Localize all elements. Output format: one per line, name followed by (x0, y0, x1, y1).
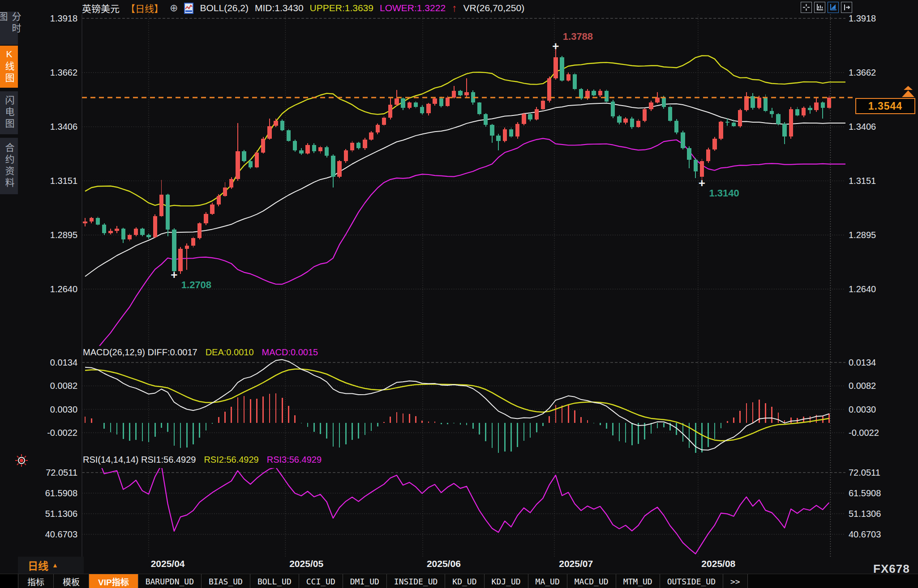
macd-axis-label: 0.0082 (25, 380, 77, 391)
alert-icon[interactable] (15, 454, 28, 469)
sidebar-item-contract-info[interactable]: 合约资料 (0, 138, 18, 194)
rsi2-value: RSI2:56.4929 (204, 455, 258, 464)
price-axis-label: 1.3662 (849, 67, 916, 78)
boll-label: BOLL(26,2) (200, 3, 249, 13)
macd-axis-label: 0.0134 (25, 357, 77, 368)
indicator-item-mtm[interactable]: MTM_UD (616, 574, 660, 588)
last-price-tag[interactable]: 1.3544 (855, 98, 915, 114)
sidebar-item-kline-chart[interactable]: K线图 (0, 46, 18, 88)
price-up-arrows-icon (900, 86, 916, 99)
indicator-more-button[interactable]: >> (723, 574, 748, 588)
extreme-high-annotation: 1.3788 (563, 31, 593, 43)
x-axis-label: 2025/06 (415, 558, 473, 569)
tab-vip-indicators[interactable]: VIP指标 (89, 574, 138, 588)
period-selector[interactable]: 日线 ▲ (18, 557, 84, 574)
price-axis-label: 1.3406 (849, 121, 916, 132)
rsi-axis-label: 61.5908 (849, 488, 916, 499)
sidebar-item-time-chart[interactable]: 分时图 (0, 12, 18, 45)
rsi-title: RSI(14,14,14) RSI1:56.4929 (83, 455, 196, 464)
indicator-item-outside[interactable]: OUTSIDE_UD (660, 574, 723, 588)
macd-axis-label: 0.0030 (25, 404, 77, 415)
indicator-item-dmi[interactable]: DMI_UD (343, 574, 387, 588)
indicator-item-inside[interactable]: INSIDE_UD (387, 574, 446, 588)
price-axis-label: 1.3662 (25, 67, 77, 78)
rsi-axis-label: 51.1306 (25, 508, 77, 519)
rsi-axis-label: 40.6703 (849, 529, 916, 540)
indicator-item-bias[interactable]: BIAS_UD (202, 574, 250, 588)
extreme-low-marker-icon: + (699, 179, 705, 187)
right-scale-icon[interactable] (828, 2, 839, 13)
chart-toolbar-buttons (801, 2, 852, 13)
indicator-item-kdj[interactable]: KDJ_UD (485, 574, 528, 588)
rsi-axis-label: 51.1306 (849, 508, 916, 519)
macd-axis-label: 0.0134 (849, 357, 916, 368)
boll-lower-value: LOWER:1.3222 (380, 3, 446, 13)
price-axis-label: 1.3406 (25, 121, 77, 132)
macd-axis-label: -0.0022 (25, 427, 77, 438)
price-axis-label: 1.3918 (25, 13, 77, 24)
up-arrow-icon: ↑ (452, 4, 457, 13)
rsi-axis-label: 72.0511 (25, 467, 77, 478)
macd-macd-value: MACD:0.0015 (262, 347, 318, 357)
price-axis-label: 1.3151 (849, 175, 916, 186)
indicator-item-barupdn[interactable]: BARUPDN_UD (138, 574, 202, 588)
period-arrow-icon: ▲ (52, 562, 58, 569)
extreme-low-marker-icon: + (171, 270, 177, 279)
indicator-item-boll[interactable]: BOLL_UD (250, 574, 299, 588)
split-panes-icon[interactable] (801, 2, 812, 13)
chart-header: 英镑美元 【日线】 ⊕ BOLL(26,2) MID:1.3430 UPPER:… (82, 1, 524, 15)
x-axis-label: 2025/07 (547, 558, 605, 569)
indicator-item-kd[interactable]: KD_UD (445, 574, 484, 588)
price-axis-label: 1.2895 (25, 230, 77, 240)
tab-indicators[interactable]: 指标 (18, 574, 54, 588)
extreme-low-annotation: 1.3140 (709, 187, 739, 199)
indicator-item-macd[interactable]: MACD_UD (567, 574, 616, 588)
x-axis-label: 2025/08 (689, 558, 747, 569)
macd-axis-label: -0.0022 (849, 427, 916, 438)
price-axis-label: 1.3918 (849, 13, 916, 24)
x-axis-label: 2025/05 (277, 558, 335, 569)
rsi-header: RSI(14,14,14) RSI1:56.4929RSI2:56.4929RS… (83, 455, 322, 465)
pan-right-icon[interactable] (841, 2, 852, 13)
period-tag[interactable]: 【日线】 (126, 1, 163, 15)
mini-chart-icon[interactable] (184, 3, 193, 14)
period-label: 日线 (28, 558, 48, 573)
symbol-name: 英镑美元 (82, 1, 120, 15)
macd-title: MACD(26,12,9) DIFF:0.0017 (83, 347, 197, 357)
price-axis-label: 1.2640 (849, 284, 916, 294)
extreme-high-marker-icon: + (552, 42, 559, 51)
toolbar-spacer (0, 574, 18, 588)
left-scale-icon[interactable] (814, 2, 825, 13)
price-axis-label: 1.3151 (25, 175, 77, 186)
indicator-item-ma[interactable]: MA_UD (528, 574, 567, 588)
extreme-low-annotation: 1.2708 (181, 279, 211, 291)
macd-axis-label: 0.0030 (849, 404, 916, 415)
indicator-toolbar: 指标 模板 VIP指标 BARUPDN_UD BIAS_UD BOLL_UD C… (0, 574, 918, 588)
macd-axis-label: 0.0082 (849, 380, 916, 391)
indicator-item-cci[interactable]: CCI_UD (299, 574, 343, 588)
rsi3-value: RSI3:56.4929 (267, 455, 322, 464)
rsi-axis-label: 72.0511 (849, 467, 916, 478)
trading-app-window: { "colors": { "background": "#0e0e10", "… (0, 0, 918, 588)
macd-dea-value: DEA:0.0010 (206, 347, 254, 357)
rsi-axis-label: 40.6703 (25, 529, 77, 540)
chart-canvas[interactable] (0, 0, 918, 588)
vr-label: VR(26,70,250) (463, 3, 525, 13)
macd-header: MACD(26,12,9) DIFF:0.0017DEA:0.0010MACD:… (83, 347, 318, 358)
boll-mid-value: MID:1.3430 (255, 3, 304, 13)
add-overlay-icon[interactable]: ⊕ (170, 2, 178, 14)
x-axis-label: 2025/04 (139, 558, 197, 569)
boll-upper-value: UPPER:1.3639 (310, 3, 373, 13)
sidebar-item-lightning-chart[interactable]: 闪电图 (0, 91, 18, 134)
price-axis-label: 1.2640 (25, 284, 77, 294)
tab-templates[interactable]: 模板 (54, 574, 89, 588)
price-axis-label: 1.2895 (849, 230, 916, 240)
rsi-axis-label: 61.5908 (25, 488, 77, 499)
